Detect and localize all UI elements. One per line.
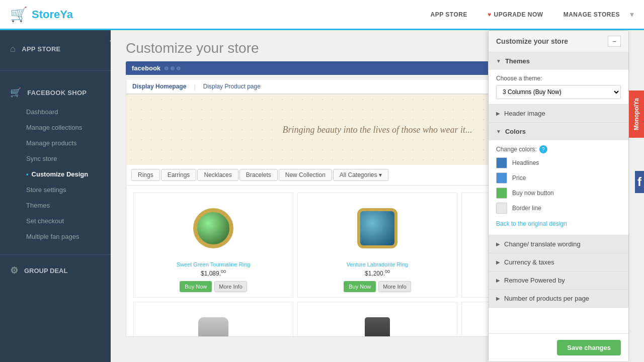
headlines-color-label: Headlines	[512, 159, 539, 166]
facebook-bar-label: facebook	[132, 64, 160, 72]
panel-minimize-button[interactable]: −	[608, 36, 621, 47]
more-info-button-1[interactable]: More Info	[214, 281, 247, 292]
price-color-swatch[interactable]	[496, 172, 507, 184]
save-changes-button[interactable]: Save changes	[557, 340, 621, 355]
sidebar-divider-1	[0, 70, 111, 71]
price-color-label: Price	[512, 174, 526, 182]
currency-taxes-section-label: Currency & taxes	[504, 258, 554, 266]
sidebar-item-set-checkout[interactable]: Set checkout	[0, 213, 111, 229]
product-image-2	[347, 198, 408, 258]
buy-now-button-1[interactable]: Buy Now	[180, 281, 212, 292]
product-card-4: Buy Now More Info	[133, 302, 293, 336]
currency-taxes-section-header[interactable]: ▶ Currency & taxes	[489, 253, 628, 272]
product-card-1: Sweet Green Tourmaline Ring $1,089.00 Bu…	[133, 193, 293, 298]
facebook-side-banner[interactable]: f	[635, 171, 644, 193]
sidebar-item-manage-collections[interactable]: Manage collections	[0, 120, 111, 135]
ring-small-1-image	[198, 317, 228, 336]
shop-icon: 🛒	[10, 87, 21, 98]
remove-powered-arrow-icon: ▶	[496, 278, 500, 283]
product-image-4	[183, 307, 244, 336]
tab-rings[interactable]: Rings	[131, 169, 160, 181]
product-price-1: $1,089.00	[201, 269, 226, 277]
sidebar-item-store-settings[interactable]: Store settings	[0, 182, 111, 198]
remove-powered-section-header[interactable]: ▶ Remove Powered by	[489, 272, 628, 290]
buy-button-color-label: Buy now button	[512, 190, 554, 197]
info-icon[interactable]: ?	[539, 145, 547, 153]
number-products-section-label: Number of products per page	[504, 295, 589, 302]
app-store-nav-link[interactable]: APP STORE	[430, 11, 467, 18]
sidebar-app-store-label: APP STORE	[22, 45, 60, 53]
sidebar-section-facebook: 🛒 FACEBOOK SHOP Dashboard Manage collect…	[0, 73, 111, 252]
display-homepage-link[interactable]: Display Homepage	[132, 83, 186, 90]
sidebar-item-sync-store[interactable]: Sync store	[0, 151, 111, 166]
facebook-side-icon: f	[637, 175, 641, 189]
ring-small-2-image	[365, 317, 390, 336]
logo-text: StoreYa	[32, 8, 73, 21]
ring-blue-image	[357, 208, 397, 248]
color-row-price: Price	[496, 172, 621, 184]
themes-section-header[interactable]: ▼ Themes	[489, 52, 628, 70]
currency-taxes-arrow-icon: ▶	[496, 259, 500, 265]
upgrade-nav-link[interactable]: ♥ UPGRADE NOW	[488, 11, 543, 18]
sidebar-item-manage-products[interactable]: Manage products	[0, 135, 111, 151]
sidebar-item-facebook-shop[interactable]: 🛒 FACEBOOK SHOP	[0, 81, 111, 104]
sidebar-item-group-deal[interactable]: ⚙ GROUP DEAL	[0, 257, 111, 284]
tab-necklaces[interactable]: Necklaces	[197, 169, 238, 181]
themes-arrow-icon: ▼	[496, 58, 501, 64]
sidebar-item-multiple-fan-pages[interactable]: Multiple fan pages	[0, 229, 111, 244]
top-navigation: 🛒 StoreYa APP STORE ♥ UPGRADE NOW MANAGE…	[0, 0, 644, 30]
change-wording-section-header[interactable]: ▶ Change/ translate wording	[489, 235, 628, 253]
sidebar-facebook-label: FACEBOOK SHOP	[27, 89, 87, 97]
sidebar-item-themes[interactable]: Themes	[0, 198, 111, 213]
change-wording-arrow-icon: ▶	[496, 241, 500, 247]
logo-cart-icon: 🛒	[10, 6, 28, 23]
product-card-2: Venture Labradorite Ring $1,200.00 Buy N…	[297, 193, 457, 298]
group-deal-label: GROUP DEAL	[24, 267, 67, 275]
change-colors-label: Change colors: ?	[496, 145, 621, 153]
upgrade-label: UPGRADE NOW	[494, 11, 543, 18]
facebook-bar-dots	[165, 66, 181, 70]
product-buttons-2: Buy Now More Info	[344, 281, 411, 292]
display-product-page-link[interactable]: Display Product page	[203, 83, 261, 90]
chevron-down-icon: ▾	[630, 10, 634, 19]
back-to-original-design-link[interactable]: Back to the original design	[496, 218, 621, 230]
heart-icon: ♥	[488, 11, 492, 18]
colors-section-header[interactable]: ▼ Colors	[489, 123, 628, 140]
border-color-swatch[interactable]	[496, 203, 507, 214]
more-info-button-2[interactable]: More Info	[378, 281, 411, 292]
tab-bracelets[interactable]: Bracelets	[239, 169, 278, 181]
product-name-2[interactable]: Venture Labradorite Ring	[347, 261, 408, 267]
main-content: Customize your store facebook Display Ho…	[111, 30, 644, 362]
buy-button-color-swatch[interactable]	[496, 188, 507, 199]
group-deal-icon: ⚙	[10, 265, 18, 276]
product-buttons-1: Buy Now More Info	[180, 281, 247, 292]
sidebar-item-dashboard[interactable]: Dashboard	[0, 104, 111, 120]
tab-earrings[interactable]: Earrings	[161, 169, 197, 181]
product-name-1[interactable]: Sweet Green Tourmaline Ring	[177, 261, 251, 267]
number-products-arrow-icon: ▶	[496, 296, 500, 301]
customize-panel: Customize your store − ▼ Themes Choose a…	[488, 30, 629, 362]
fb-dot-1	[165, 66, 169, 70]
theme-select-dropdown[interactable]: 3 Columns (Buy Now) 2 Columns 4 Columns …	[496, 85, 621, 99]
fb-dot-3	[177, 66, 181, 70]
colors-arrow-icon: ▼	[496, 129, 501, 134]
link-separator: |	[194, 83, 195, 90]
logo[interactable]: 🛒 StoreYa	[10, 6, 73, 23]
home-icon: ⌂	[10, 44, 16, 54]
themes-section-content: Choose a theme: 3 Columns (Buy Now) 2 Co…	[489, 70, 628, 104]
headlines-color-swatch[interactable]	[496, 157, 507, 168]
sidebar-item-app-store[interactable]: ⌂ APP STORE	[0, 38, 111, 60]
buy-now-button-2[interactable]: Buy Now	[344, 281, 376, 292]
number-products-section-header[interactable]: ▶ Number of products per page	[489, 290, 628, 308]
tab-new-collection[interactable]: New Collection	[279, 169, 332, 181]
monopolya-promo-banner[interactable]: MonopolYa	[629, 90, 644, 138]
color-row-buy-button: Buy now button	[496, 188, 621, 199]
colors-section-label: Colors	[505, 128, 526, 135]
sidebar-item-customize-design[interactable]: Customize Design	[0, 166, 111, 182]
header-image-section-label: Header image	[504, 110, 545, 117]
tab-all-categories[interactable]: All Categories ▾	[333, 169, 388, 181]
main-layout: ◀ ⌂ APP STORE 🛒 FACEBOOK SHOP Dashboard …	[0, 30, 644, 362]
product-image-1	[183, 198, 244, 258]
manage-stores-nav-link[interactable]: MANAGE STORES	[564, 11, 620, 18]
header-image-section-header[interactable]: ▶ Header image	[489, 105, 628, 123]
